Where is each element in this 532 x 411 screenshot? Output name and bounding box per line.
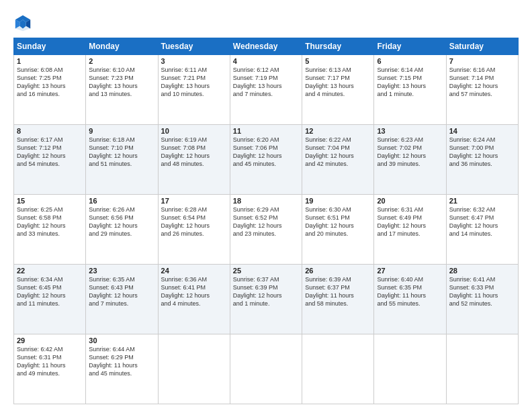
cell-info: Sunrise: 6:32 AM Sunset: 6:47 PM Dayligh… [449, 205, 515, 238]
calendar-cell [374, 334, 446, 404]
calendar-cell: 21Sunrise: 6:32 AM Sunset: 6:47 PM Dayli… [446, 195, 518, 265]
calendar-cell: 30Sunrise: 6:44 AM Sunset: 6:29 PM Dayli… [86, 334, 158, 404]
calendar-cell: 23Sunrise: 6:35 AM Sunset: 6:43 PM Dayli… [86, 265, 158, 334]
day-number: 20 [377, 197, 443, 205]
day-number: 16 [89, 197, 154, 205]
day-number: 27 [377, 267, 443, 275]
day-number: 22 [17, 267, 83, 275]
day-number: 7 [449, 57, 515, 65]
cell-info: Sunrise: 6:28 AM Sunset: 6:54 PM Dayligh… [161, 205, 227, 238]
calendar-cell: 11Sunrise: 6:20 AM Sunset: 7:06 PM Dayli… [230, 125, 302, 195]
calendar-week-3: 15Sunrise: 6:25 AM Sunset: 6:58 PM Dayli… [14, 195, 519, 265]
calendar-cell [230, 334, 302, 404]
calendar-cell: 16Sunrise: 6:26 AM Sunset: 6:56 PM Dayli… [86, 195, 158, 265]
calendar-header-row: SundayMondayTuesdayWednesdayThursdayFrid… [14, 38, 519, 55]
day-number: 2 [89, 57, 154, 65]
calendar-cell: 10Sunrise: 6:19 AM Sunset: 7:08 PM Dayli… [158, 125, 230, 195]
cell-info: Sunrise: 6:40 AM Sunset: 6:35 PM Dayligh… [377, 275, 443, 308]
day-number: 3 [161, 57, 227, 65]
cell-info: Sunrise: 6:25 AM Sunset: 6:58 PM Dayligh… [17, 205, 83, 238]
calendar-cell [158, 334, 230, 404]
day-number: 30 [89, 336, 154, 345]
day-number: 6 [377, 57, 443, 65]
day-number: 15 [17, 197, 83, 205]
calendar-week-1: 1Sunrise: 6:08 AM Sunset: 7:25 PM Daylig… [14, 55, 519, 125]
calendar-cell [302, 334, 374, 404]
cell-info: Sunrise: 6:44 AM Sunset: 6:29 PM Dayligh… [89, 345, 154, 378]
cell-info: Sunrise: 6:19 AM Sunset: 7:08 PM Dayligh… [161, 136, 227, 169]
cell-info: Sunrise: 6:08 AM Sunset: 7:25 PM Dayligh… [17, 66, 83, 99]
cell-info: Sunrise: 6:16 AM Sunset: 7:14 PM Dayligh… [449, 66, 515, 99]
day-number: 17 [161, 197, 227, 205]
cell-info: Sunrise: 6:11 AM Sunset: 7:21 PM Dayligh… [161, 66, 227, 99]
day-number: 10 [161, 127, 227, 135]
cell-info: Sunrise: 6:41 AM Sunset: 6:33 PM Dayligh… [449, 275, 515, 308]
day-number: 19 [305, 197, 371, 205]
cell-info: Sunrise: 6:17 AM Sunset: 7:12 PM Dayligh… [17, 136, 83, 169]
cell-info: Sunrise: 6:31 AM Sunset: 6:49 PM Dayligh… [377, 205, 443, 238]
header [13, 11, 519, 32]
calendar-cell: 1Sunrise: 6:08 AM Sunset: 7:25 PM Daylig… [14, 55, 86, 125]
calendar-cell: 9Sunrise: 6:18 AM Sunset: 7:10 PM Daylig… [86, 125, 158, 195]
calendar-week-4: 22Sunrise: 6:34 AM Sunset: 6:45 PM Dayli… [14, 265, 519, 334]
calendar-cell: 5Sunrise: 6:13 AM Sunset: 7:17 PM Daylig… [302, 55, 374, 125]
logo-icon [13, 13, 32, 32]
day-number: 28 [449, 267, 515, 275]
day-number: 12 [305, 127, 371, 135]
day-number: 24 [161, 267, 227, 275]
cell-info: Sunrise: 6:13 AM Sunset: 7:17 PM Dayligh… [305, 66, 371, 99]
calendar-cell: 28Sunrise: 6:41 AM Sunset: 6:33 PM Dayli… [446, 265, 518, 334]
calendar-cell: 22Sunrise: 6:34 AM Sunset: 6:45 PM Dayli… [14, 265, 86, 334]
calendar-header-tuesday: Tuesday [158, 38, 230, 55]
calendar-header-saturday: Saturday [446, 38, 518, 55]
calendar-cell: 12Sunrise: 6:22 AM Sunset: 7:04 PM Dayli… [302, 125, 374, 195]
day-number: 21 [449, 197, 515, 205]
calendar-cell: 7Sunrise: 6:16 AM Sunset: 7:14 PM Daylig… [446, 55, 518, 125]
calendar-header-thursday: Thursday [302, 38, 374, 55]
day-number: 11 [233, 127, 299, 135]
cell-info: Sunrise: 6:36 AM Sunset: 6:41 PM Dayligh… [161, 275, 227, 308]
cell-info: Sunrise: 6:37 AM Sunset: 6:39 PM Dayligh… [233, 275, 299, 308]
calendar-cell [446, 334, 518, 404]
calendar-header-monday: Monday [86, 38, 158, 55]
calendar-cell: 27Sunrise: 6:40 AM Sunset: 6:35 PM Dayli… [374, 265, 446, 334]
calendar-cell: 8Sunrise: 6:17 AM Sunset: 7:12 PM Daylig… [14, 125, 86, 195]
day-number: 18 [233, 197, 299, 205]
cell-info: Sunrise: 6:18 AM Sunset: 7:10 PM Dayligh… [89, 136, 154, 169]
cell-info: Sunrise: 6:12 AM Sunset: 7:19 PM Dayligh… [233, 66, 299, 99]
cell-info: Sunrise: 6:24 AM Sunset: 7:00 PM Dayligh… [449, 136, 515, 169]
day-number: 1 [17, 57, 83, 65]
calendar-week-2: 8Sunrise: 6:17 AM Sunset: 7:12 PM Daylig… [14, 125, 519, 195]
calendar-header-friday: Friday [374, 38, 446, 55]
day-number: 8 [17, 127, 83, 135]
day-number: 13 [377, 127, 443, 135]
calendar-cell: 19Sunrise: 6:30 AM Sunset: 6:51 PM Dayli… [302, 195, 374, 265]
cell-info: Sunrise: 6:10 AM Sunset: 7:23 PM Dayligh… [89, 66, 154, 99]
cell-info: Sunrise: 6:29 AM Sunset: 6:52 PM Dayligh… [233, 205, 299, 238]
cell-info: Sunrise: 6:30 AM Sunset: 6:51 PM Dayligh… [305, 205, 371, 238]
cell-info: Sunrise: 6:35 AM Sunset: 6:43 PM Dayligh… [89, 275, 154, 308]
calendar-cell: 18Sunrise: 6:29 AM Sunset: 6:52 PM Dayli… [230, 195, 302, 265]
calendar-cell: 29Sunrise: 6:42 AM Sunset: 6:31 PM Dayli… [14, 334, 86, 404]
calendar-cell: 26Sunrise: 6:39 AM Sunset: 6:37 PM Dayli… [302, 265, 374, 334]
day-number: 29 [17, 336, 83, 345]
day-number: 14 [449, 127, 515, 135]
day-number: 5 [305, 57, 371, 65]
day-number: 4 [233, 57, 299, 65]
calendar-cell: 17Sunrise: 6:28 AM Sunset: 6:54 PM Dayli… [158, 195, 230, 265]
calendar-cell: 3Sunrise: 6:11 AM Sunset: 7:21 PM Daylig… [158, 55, 230, 125]
cell-info: Sunrise: 6:23 AM Sunset: 7:02 PM Dayligh… [377, 136, 443, 169]
calendar-cell: 14Sunrise: 6:24 AM Sunset: 7:00 PM Dayli… [446, 125, 518, 195]
calendar-cell: 2Sunrise: 6:10 AM Sunset: 7:23 PM Daylig… [86, 55, 158, 125]
cell-info: Sunrise: 6:14 AM Sunset: 7:15 PM Dayligh… [377, 66, 443, 99]
calendar-header-sunday: Sunday [14, 38, 86, 55]
cell-info: Sunrise: 6:26 AM Sunset: 6:56 PM Dayligh… [89, 205, 154, 238]
day-number: 25 [233, 267, 299, 275]
calendar-header-wednesday: Wednesday [230, 38, 302, 55]
calendar-cell: 24Sunrise: 6:36 AM Sunset: 6:41 PM Dayli… [158, 265, 230, 334]
calendar-cell: 15Sunrise: 6:25 AM Sunset: 6:58 PM Dayli… [14, 195, 86, 265]
day-number: 9 [89, 127, 154, 135]
cell-info: Sunrise: 6:39 AM Sunset: 6:37 PM Dayligh… [305, 275, 371, 308]
cell-info: Sunrise: 6:20 AM Sunset: 7:06 PM Dayligh… [233, 136, 299, 169]
day-number: 26 [305, 267, 371, 275]
